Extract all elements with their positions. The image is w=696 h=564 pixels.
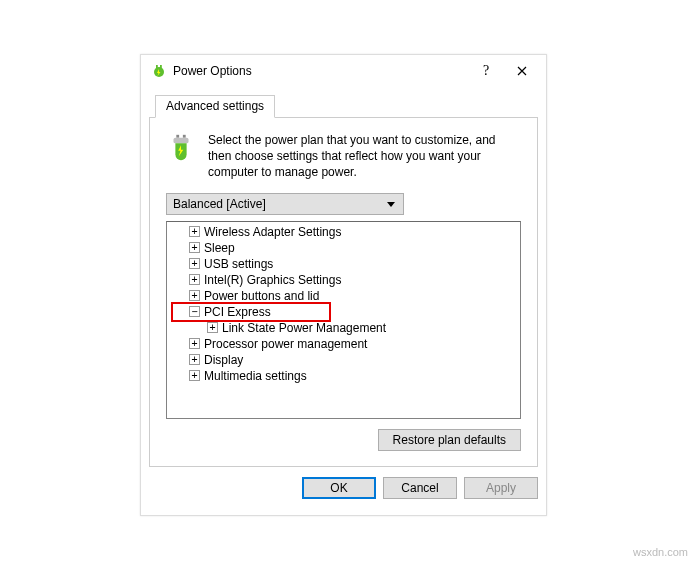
tree-item-display[interactable]: + Display — [167, 352, 520, 368]
tree-item-intel-graphics[interactable]: + Intel(R) Graphics Settings — [167, 272, 520, 288]
tree-label: Wireless Adapter Settings — [204, 225, 341, 239]
description-row: Select the power plan that you want to c… — [166, 132, 521, 181]
expand-icon[interactable]: + — [189, 370, 200, 381]
power-options-dialog: Power Options ? Advanced settings Select… — [140, 54, 547, 516]
tree-label: Processor power management — [204, 337, 367, 351]
expand-icon[interactable]: + — [189, 338, 200, 349]
tree-item-wireless[interactable]: + Wireless Adapter Settings — [167, 224, 520, 240]
power-plan-value: Balanced [Active] — [173, 197, 266, 211]
expand-icon[interactable]: + — [207, 322, 218, 333]
tree-label: Intel(R) Graphics Settings — [204, 273, 341, 287]
watermark: wsxdn.com — [633, 546, 688, 558]
tree-label: Power buttons and lid — [204, 289, 319, 303]
tree-item-pci-express[interactable]: − PCI Express — [167, 304, 520, 320]
power-icon — [151, 63, 167, 79]
tree-item-processor[interactable]: + Processor power management — [167, 336, 520, 352]
tab-advanced-settings[interactable]: Advanced settings — [155, 95, 275, 118]
expand-icon[interactable]: + — [189, 354, 200, 365]
restore-defaults-button[interactable]: Restore plan defaults — [378, 429, 521, 451]
dialog-title: Power Options — [173, 64, 470, 78]
tab-panel: Select the power plan that you want to c… — [149, 117, 538, 467]
expand-icon[interactable]: + — [189, 274, 200, 285]
help-button[interactable]: ? — [470, 57, 502, 85]
svg-rect-4 — [176, 135, 179, 138]
tree-label: USB settings — [204, 257, 273, 271]
titlebar: Power Options ? — [141, 55, 546, 87]
restore-row: Restore plan defaults — [166, 429, 521, 451]
settings-tree[interactable]: + Wireless Adapter Settings + Sleep + US… — [166, 221, 521, 419]
tree-label: Multimedia settings — [204, 369, 307, 383]
client-area: Advanced settings Select the power plan … — [149, 95, 538, 507]
cancel-button[interactable]: Cancel — [383, 477, 457, 499]
expand-icon[interactable]: + — [189, 242, 200, 253]
description-text: Select the power plan that you want to c… — [208, 132, 521, 181]
tree-item-sleep[interactable]: + Sleep — [167, 240, 520, 256]
ok-button[interactable]: OK — [302, 477, 376, 499]
tree-item-power-buttons[interactable]: + Power buttons and lid — [167, 288, 520, 304]
power-plan-select[interactable]: Balanced [Active] — [166, 193, 404, 215]
expand-icon[interactable]: + — [189, 258, 200, 269]
tree-item-usb[interactable]: + USB settings — [167, 256, 520, 272]
svg-rect-1 — [156, 65, 158, 69]
svg-rect-2 — [160, 65, 162, 69]
svg-rect-3 — [174, 138, 189, 144]
expand-icon[interactable]: + — [189, 290, 200, 301]
tree-label: Link State Power Management — [222, 321, 386, 335]
tree-item-link-state[interactable]: + Link State Power Management — [167, 320, 520, 336]
svg-rect-5 — [183, 135, 186, 138]
dialog-buttons: OK Cancel Apply — [302, 477, 538, 499]
tree-label: PCI Express — [204, 305, 271, 319]
tree-item-multimedia[interactable]: + Multimedia settings — [167, 368, 520, 384]
tree-label: Sleep — [204, 241, 235, 255]
collapse-icon[interactable]: − — [189, 306, 200, 317]
expand-icon[interactable]: + — [189, 226, 200, 237]
close-button[interactable] — [502, 57, 542, 85]
apply-button[interactable]: Apply — [464, 477, 538, 499]
tree-label: Display — [204, 353, 243, 367]
battery-icon — [166, 132, 196, 162]
